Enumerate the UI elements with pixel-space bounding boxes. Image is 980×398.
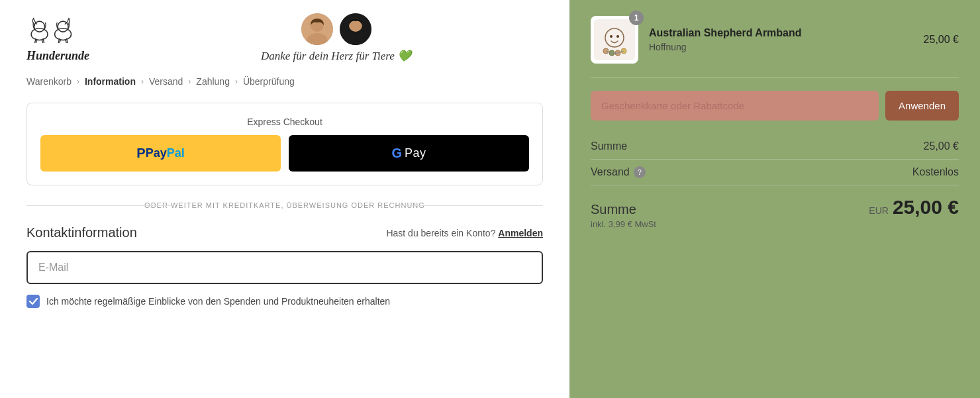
- paypal-p-icon: P: [136, 146, 145, 161]
- left-panel: Hunderunde: [0, 0, 569, 398]
- total-sub: inkl. 3,99 € MwSt: [591, 219, 656, 229]
- breadcrumb-zahlung[interactable]: Zahlung: [196, 76, 230, 87]
- payment-buttons: P PayPal G Pay: [40, 135, 529, 172]
- header-middle: Danke für dein Herz für Tiere 💚: [129, 13, 543, 63]
- paypal-brand2: Pal: [167, 146, 185, 160]
- breadcrumb-warenkorb[interactable]: Warenkorb: [26, 76, 72, 87]
- express-checkout-label: Express Checkout: [40, 117, 529, 127]
- newsletter-checkbox[interactable]: [26, 295, 40, 308]
- coupon-input[interactable]: [591, 91, 879, 121]
- email-input-wrapper: [26, 251, 543, 284]
- founders-photos: [301, 13, 371, 45]
- logo-area: Hunderunde: [26, 13, 89, 63]
- breadcrumb-sep-1: ›: [77, 77, 79, 86]
- subtotal-label: Summe: [591, 140, 627, 152]
- summary-subtotal-row: Summe 25,00 €: [591, 134, 959, 160]
- right-panel: 1 Australia: [569, 0, 980, 398]
- breadcrumb-sep-3: ›: [188, 77, 191, 86]
- product-info: Australian Shepherd Armband Hoffnung: [649, 27, 913, 52]
- contact-section-header: Kontaktinformation Hast du bereits ein K…: [26, 225, 543, 240]
- paypal-button[interactable]: P PayPal: [40, 135, 281, 172]
- breadcrumb-sep-2: ›: [141, 77, 144, 86]
- total-row: Summe inkl. 3,99 € MwSt EUR 25,00 €: [591, 185, 959, 229]
- founder-avatar-2: [340, 13, 371, 45]
- paypal-brand: Pay: [146, 146, 167, 160]
- brand-name: Hunderunde: [26, 49, 89, 63]
- breadcrumb-ueberpruefung[interactable]: Überprüfung: [243, 76, 295, 87]
- logo-svg: [26, 13, 79, 46]
- header-tagline: Danke für dein Herz für Tiere 💚: [261, 49, 411, 63]
- svg-point-0: [31, 28, 48, 40]
- contact-title: Kontaktinformation: [26, 225, 137, 240]
- breadcrumb-information[interactable]: Information: [85, 76, 136, 87]
- total-amount: 25,00 €: [893, 196, 959, 219]
- product-name: Australian Shepherd Armband: [649, 27, 913, 39]
- product-badge: 1: [629, 11, 644, 25]
- total-label-group: Summe inkl. 3,99 € MwSt: [591, 202, 656, 229]
- summary-shipping-row: Versand ? Kostenlos: [591, 160, 959, 185]
- checkmark-icon: [29, 298, 38, 305]
- shipping-value: Kostenlos: [912, 166, 959, 178]
- coupon-row: Anwenden: [591, 91, 959, 121]
- divider-text: ODER WEITER MIT KREDITKARTE, ÜBERWEISUNG…: [26, 201, 543, 209]
- svg-point-13: [616, 35, 619, 38]
- gpay-button[interactable]: G Pay: [289, 135, 529, 172]
- total-label: Summe: [591, 202, 656, 217]
- login-link[interactable]: Anmelden: [498, 228, 543, 238]
- shipping-help-icon[interactable]: ?: [634, 166, 646, 178]
- product-variant: Hoffnung: [649, 42, 913, 52]
- shipping-label: Versand ?: [591, 166, 646, 178]
- breadcrumb-versand[interactable]: Versand: [149, 76, 183, 87]
- breadcrumb-sep-4: ›: [235, 77, 238, 86]
- express-checkout-box: Express Checkout P PayPal G Pay: [26, 103, 543, 185]
- product-row: 1 Australia: [591, 16, 959, 77]
- newsletter-checkbox-row: Ich möchte regelmäßige Einblicke von den…: [26, 295, 543, 308]
- total-right: EUR 25,00 €: [869, 196, 959, 219]
- product-image-wrapper: 1: [591, 16, 638, 64]
- logo-icon: [26, 13, 79, 46]
- gpay-text: Pay: [405, 146, 426, 160]
- breadcrumb: Warenkorb › Information › Versand › Zahl…: [26, 76, 543, 87]
- login-prompt: Hast du bereits ein Konto? Anmelden: [386, 228, 543, 238]
- svg-point-2: [55, 28, 72, 40]
- newsletter-label: Ich möchte regelmäßige Einblicke von den…: [46, 296, 390, 307]
- email-input[interactable]: [38, 262, 531, 274]
- svg-point-12: [610, 35, 612, 38]
- coupon-apply-button[interactable]: Anwenden: [885, 91, 959, 121]
- g-icon: G: [391, 146, 402, 161]
- product-thumbnail: [594, 19, 635, 60]
- header: Hunderunde: [26, 13, 543, 63]
- paypal-logo: P PayPal: [136, 146, 184, 161]
- subtotal-value: 25,00 €: [924, 140, 959, 152]
- total-currency: EUR: [869, 205, 889, 216]
- product-price: 25,00 €: [924, 34, 959, 46]
- founder-avatar-1: [301, 13, 333, 45]
